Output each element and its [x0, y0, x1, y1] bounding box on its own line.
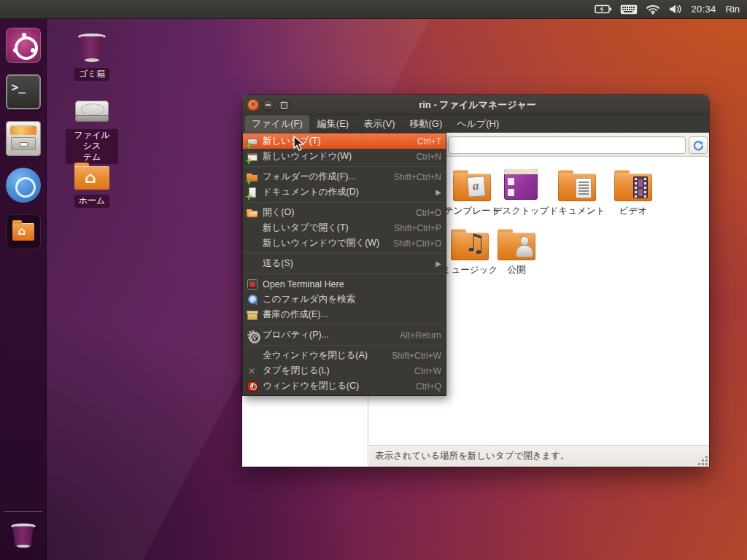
launcher-item-archive-manager[interactable] — [6, 121, 41, 156]
menu-item-new-window[interactable]: 新しいウィンドウ(W) Ctrl+N — [243, 149, 446, 164]
submenu-arrow-icon: ▶ — [436, 188, 441, 196]
template-emblem-icon — [467, 176, 486, 198]
desktop-folder-icon — [504, 169, 538, 200]
refresh-button[interactable] — [689, 136, 708, 154]
menu-separator — [244, 166, 445, 167]
menu-item-open-in-new-window[interactable]: 新しいウィンドウで開く(W) Shift+Ctrl+O — [243, 236, 446, 251]
menu-view[interactable]: 表示(V) — [357, 115, 401, 133]
location-bar[interactable] — [448, 136, 686, 154]
menu-help[interactable]: ヘルプ(H) — [450, 115, 506, 133]
keyboard-icon[interactable] — [620, 4, 638, 15]
file-label: デスクトップ — [493, 205, 549, 217]
unity-launcher — [0, 19, 47, 560]
desktop-icon-trash[interactable]: ゴミ箱 — [66, 31, 118, 81]
statusbar-text: 表示されている場所を新しいタブで開きます。 — [375, 450, 570, 462]
menu-separator — [244, 345, 445, 346]
battery-icon[interactable] — [595, 4, 612, 14]
close-window-button[interactable] — [247, 99, 259, 111]
harddisk-icon — [74, 96, 110, 125]
menu-separator — [244, 253, 445, 254]
file-label: ドキュメント — [549, 205, 605, 217]
launcher-item-ubuntu-dash[interactable] — [6, 28, 41, 63]
trash-icon — [74, 31, 109, 64]
menu-item-properties[interactable]: プロパティ(P)... Alt+Return — [243, 327, 446, 343]
session-user[interactable]: Rin — [725, 4, 740, 15]
menu-item-close-window[interactable]: ウィンドウを閉じる(C) Ctrl+Q — [243, 378, 446, 394]
wifi-icon[interactable] — [646, 4, 660, 15]
file-menu-dropdown: 新しいタブ(T) Ctrl+T 新しいウィンドウ(W) Ctrl+N フォルダー… — [242, 133, 446, 396]
file-label: テンプレート — [444, 205, 500, 217]
file-item-documents[interactable]: ドキュメント — [549, 169, 605, 217]
submenu-arrow-icon: ▶ — [436, 260, 441, 268]
menu-item-create-document[interactable]: ドキュメントの作成(D) ▶ — [243, 184, 446, 200]
menu-item-open-terminal-here[interactable]: Open Terminal Here — [243, 276, 446, 292]
menu-item-create-archive[interactable]: 書庫の作成(E)... — [243, 307, 446, 322]
top-panel: 20:34 Rin — [0, 0, 747, 19]
new-tab-icon — [247, 136, 258, 147]
home-folder-icon — [73, 160, 111, 191]
menu-separator — [244, 273, 445, 274]
new-document-icon — [247, 187, 258, 198]
menu-separator — [244, 324, 445, 325]
menu-item-create-folder[interactable]: フォルダーの作成(F)... Shift+Ctrl+N — [243, 169, 446, 184]
statusbar: 表示されている場所を新しいタブで開きます。 — [369, 445, 709, 467]
file-item-videos[interactable]: ビデオ — [605, 169, 661, 217]
close-icon — [247, 365, 258, 377]
mouse-cursor — [293, 136, 307, 155]
menu-item-new-tab[interactable]: 新しいタブ(T) Ctrl+T — [243, 133, 446, 149]
menubar: ファイル(F) 編集(E) 表示(V) 移動(G) ヘルプ(H) — [242, 115, 709, 133]
desktop-wallpaper: 20:34 Rin ゴミ箱 ファイルシス テム ホーム — [0, 0, 747, 560]
files-folder-icon — [12, 223, 34, 241]
clock[interactable]: 20:34 — [691, 4, 716, 15]
menu-item-close-all-windows[interactable]: 全ウィンドウを閉じる(A) Shift+Ctrl+W — [243, 348, 446, 363]
file-item-desktop[interactable]: デスクトップ — [493, 169, 549, 217]
desktop-icon-label: ホーム — [74, 195, 110, 208]
file-label: 公開 — [508, 264, 526, 276]
public-emblem-icon — [516, 237, 533, 257]
file-item-public[interactable]: 公開 — [489, 228, 544, 276]
launcher-item-terminal[interactable] — [6, 74, 41, 109]
minimize-window-button[interactable] — [263, 99, 274, 111]
terminal-icon — [247, 279, 258, 290]
menu-edit[interactable]: 編集(E) — [311, 115, 355, 133]
menu-separator — [244, 202, 445, 203]
open-folder-icon — [247, 207, 258, 219]
file-label: ビデオ — [619, 205, 647, 217]
video-emblem-icon — [633, 176, 648, 198]
launcher-separator — [4, 511, 42, 512]
launcher-item-files[interactable] — [6, 214, 41, 249]
titlebar[interactable]: rin - ファイルマネージャー — [242, 95, 709, 115]
power-icon — [247, 381, 258, 392]
search-icon — [247, 294, 258, 306]
music-emblem-icon: ♫ — [464, 230, 486, 257]
archive-icon — [247, 309, 258, 321]
gear-icon — [247, 330, 258, 341]
menu-file[interactable]: ファイル(F) — [245, 115, 309, 133]
desktop-icon-label: ゴミ箱 — [74, 68, 110, 81]
launcher-item-trash[interactable] — [6, 518, 41, 553]
refresh-icon — [692, 139, 704, 151]
volume-icon[interactable] — [668, 4, 683, 15]
menu-go[interactable]: 移動(G) — [403, 115, 449, 133]
maximize-window-button[interactable] — [278, 99, 290, 111]
new-folder-icon — [247, 171, 258, 183]
desktop-icon-label: ファイルシス テム — [66, 129, 118, 164]
menu-item-open-in-new-tab[interactable]: 新しいタブで開く(T) Shift+Ctrl+P — [243, 220, 446, 236]
launcher-item-chromium[interactable] — [6, 168, 41, 203]
menu-item-send-to[interactable]: 送る(S) ▶ — [243, 256, 446, 271]
new-window-icon — [247, 151, 258, 163]
window-title: rin - ファイルマネージャー — [290, 98, 709, 112]
menu-item-open[interactable]: 開く(O) Ctrl+O — [243, 205, 446, 220]
desktop-icon-filesystem[interactable]: ファイルシス テム — [66, 96, 118, 164]
document-emblem-icon — [576, 178, 592, 198]
drawer-handle-icon — [20, 142, 28, 147]
desktop-icon-home[interactable]: ホーム — [66, 160, 118, 208]
menu-item-search-folder[interactable]: このフォルダ内を検索 — [243, 292, 446, 307]
menu-item-close-tab[interactable]: タブを閉じる(L) Ctrl+W — [243, 363, 446, 378]
file-item-templates[interactable]: テンプレート — [444, 169, 500, 217]
resize-grip[interactable] — [705, 463, 708, 465]
